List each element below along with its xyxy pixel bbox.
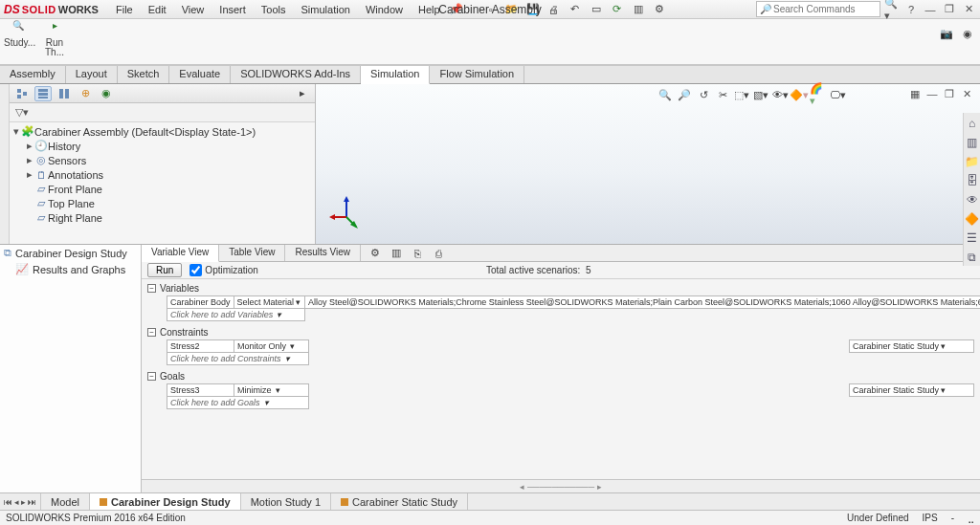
taskpane-explorer-icon[interactable]: 🗄: [967, 174, 978, 187]
dropdown-icon[interactable]: ▾: [262, 398, 270, 407]
collapse-icon[interactable]: −: [147, 328, 156, 337]
minimize-icon[interactable]: —: [923, 2, 938, 17]
optimization-toggle[interactable]: Optimization: [189, 264, 258, 276]
study-tree-results[interactable]: 📈 Results and Graphs: [0, 261, 141, 277]
add-goal-cell[interactable]: Click here to add Goals ▾: [167, 397, 309, 409]
close-icon[interactable]: ✕: [961, 2, 976, 17]
help-icon[interactable]: ?: [903, 2, 919, 17]
next-icon[interactable]: ▸: [21, 497, 26, 507]
taskpane-home-icon[interactable]: ⌂: [969, 117, 975, 130]
add-constraint-cell[interactable]: Click here to add Constraints ▾: [167, 353, 309, 365]
tab-addins[interactable]: SOLIDWORKS Add-Ins: [231, 66, 361, 83]
appearance-icon[interactable]: 🔶▾: [791, 86, 808, 103]
rebuild-icon[interactable]: ⟳: [609, 1, 626, 18]
taskpane-forum-icon[interactable]: ⧉: [968, 251, 976, 264]
study-columns-icon[interactable]: ▥: [388, 245, 405, 262]
tab-simulation[interactable]: Simulation: [361, 66, 430, 84]
tree-history[interactable]: ▸ 🕘 History: [11, 139, 313, 153]
tree-annotations[interactable]: ▸ 🗒 Annotations: [11, 167, 313, 182]
menu-edit[interactable]: Edit: [141, 2, 174, 17]
add-variable-cell[interactable]: Click here to add Variables ▾: [167, 309, 305, 321]
constraint-name-cell[interactable]: Stress2: [167, 340, 234, 353]
new-study-button[interactable]: 🔍 Study...: [4, 21, 33, 48]
var-name-cell[interactable]: Carabiner Body: [167, 296, 234, 309]
table-row[interactable]: Click here to add Variables ▾: [167, 309, 981, 321]
expand-icon[interactable]: ▸: [25, 154, 34, 166]
fm-tab-dimxpert[interactable]: ⊕: [77, 86, 94, 101]
study-tab-table[interactable]: Table View: [219, 245, 285, 261]
dropdown-icon[interactable]: ▾: [294, 297, 301, 307]
tree-root[interactable]: ▾ 🧩 Carabiner Assembly (Default<Display …: [11, 124, 313, 139]
goals-header[interactable]: − Goals: [147, 371, 974, 382]
record-icon[interactable]: ◉: [959, 25, 976, 42]
taskpane-appearance-icon[interactable]: 🔶: [965, 212, 979, 226]
menu-tools[interactable]: Tools: [254, 2, 294, 17]
hide-show-icon[interactable]: 👁▾: [771, 86, 789, 103]
horizontal-scrollbar[interactable]: ◂ ─────────── ▸: [142, 479, 980, 492]
view-orient-icon[interactable]: ⬚▾: [733, 86, 750, 103]
tree-front-plane[interactable]: ▱ Front Plane: [11, 182, 313, 196]
fm-tab-property[interactable]: [34, 86, 52, 101]
select-icon[interactable]: ▭: [588, 1, 605, 18]
optimization-checkbox[interactable]: [189, 264, 202, 276]
tab-sketch[interactable]: Sketch: [118, 66, 170, 83]
print-icon[interactable]: 🖨: [546, 1, 563, 18]
prev-icon[interactable]: ◂: [14, 497, 19, 507]
table-row[interactable]: Click here to add Goals ▾: [167, 397, 974, 409]
table-row[interactable]: Stress3 Minimize ▾ Carabiner Static Stud…: [167, 384, 974, 397]
tab-layout[interactable]: Layout: [66, 66, 118, 83]
tab-nav-arrows[interactable]: ⏮ ◂ ▸ ⏭: [0, 493, 41, 510]
dropdown-icon[interactable]: ▾: [274, 385, 281, 395]
tree-sensors[interactable]: ▸ ◎ Sensors: [11, 153, 313, 167]
taskpane-props-icon[interactable]: ☰: [967, 231, 977, 245]
collapse-icon[interactable]: −: [147, 372, 156, 381]
zoom-area-icon[interactable]: 🔎: [676, 86, 693, 103]
dropdown-icon[interactable]: ▾: [939, 385, 947, 395]
search-dropdown-icon[interactable]: 🔍▾: [884, 2, 900, 17]
constraints-header[interactable]: − Constraints: [147, 327, 974, 338]
display-style-icon[interactable]: ▧▾: [752, 86, 769, 103]
dropdown-icon[interactable]: ▾: [939, 341, 947, 351]
doc-restore-icon[interactable]: ❐: [942, 86, 957, 101]
expand-icon[interactable]: ▸: [25, 140, 34, 152]
search-commands[interactable]: 🔎: [756, 1, 880, 17]
var-materials-cell[interactable]: Alloy Steel@SOLIDWORKS Materials;Chrome …: [305, 296, 980, 309]
doc-menu-icon[interactable]: ▦: [907, 86, 923, 101]
fm-tab-feature[interactable]: [13, 86, 31, 101]
expand-icon[interactable]: ▸: [25, 168, 34, 181]
study-tree-root[interactable]: ⧉ Carabiner Design Study: [0, 245, 141, 261]
goal-name-cell[interactable]: Stress3: [167, 384, 234, 397]
menu-insert[interactable]: Insert: [212, 2, 254, 17]
status-grip-icon[interactable]: ⣀: [968, 513, 974, 523]
feature-filter[interactable]: ▽▾: [10, 103, 315, 122]
restore-icon[interactable]: ❐: [942, 2, 957, 17]
prev-view-icon[interactable]: ↺: [695, 86, 712, 103]
variables-header[interactable]: − Variables: [147, 283, 974, 294]
goal-type-cell[interactable]: Minimize ▾: [234, 384, 309, 397]
tab-evaluate[interactable]: Evaluate: [169, 66, 231, 83]
fm-tab-config[interactable]: [56, 86, 73, 101]
graphics-viewport[interactable]: 🔍 🔎 ↺ ✂ ⬚▾ ▧▾ 👁▾ 🔶▾ 🌈▾ 🖵▾ ▦ — ❐ ✕ ⌂ ▥ 📁 …: [316, 84, 980, 244]
first-icon[interactable]: ⏮: [4, 497, 12, 507]
bottom-tab-model[interactable]: Model: [41, 493, 90, 510]
dropdown-icon[interactable]: ▾: [283, 354, 291, 363]
tree-right-plane[interactable]: ▱ Right Plane: [11, 210, 313, 225]
table-row[interactable]: Carabiner Body Select Material▾ Alloy St…: [167, 296, 981, 309]
study-copy-icon[interactable]: ⎘: [409, 245, 426, 262]
run-study-button[interactable]: ▸ Run Th...: [40, 21, 69, 57]
options-icon[interactable]: ▥: [630, 1, 647, 18]
last-icon[interactable]: ⏭: [28, 497, 36, 507]
menu-window[interactable]: Window: [358, 2, 411, 17]
camera-icon[interactable]: 📷: [938, 25, 955, 42]
fm-collapse-icon[interactable]: ▸: [294, 86, 311, 101]
undo-icon[interactable]: ↶: [567, 1, 584, 18]
bottom-tab-design-study[interactable]: Carabiner Design Study: [90, 493, 241, 510]
table-row[interactable]: Click here to add Constraints ▾: [167, 353, 974, 365]
search-input[interactable]: [771, 3, 877, 15]
table-row[interactable]: Stress2 Monitor Only ▾ Carabiner Static …: [167, 340, 974, 353]
study-paste-icon[interactable]: ⎙: [430, 245, 447, 262]
study-tab-variable[interactable]: Variable View: [142, 245, 219, 262]
taskpane-resources-icon[interactable]: ▥: [967, 136, 977, 149]
expand-icon[interactable]: ▾: [11, 125, 21, 138]
run-button[interactable]: Run: [147, 263, 182, 277]
